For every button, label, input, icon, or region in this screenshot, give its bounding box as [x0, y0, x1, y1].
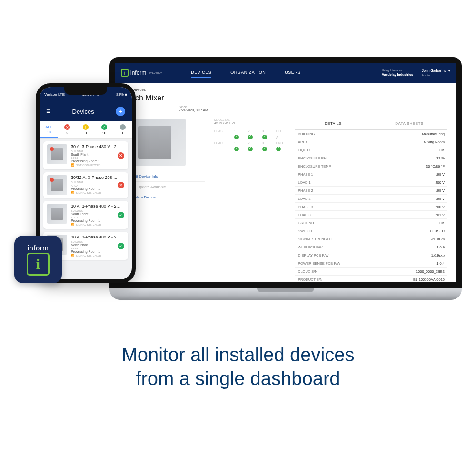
wifi-icon: 📶 — [71, 254, 74, 257]
detail-row: DISPLAY PCB F/W1.6.9sxp — [295, 251, 447, 259]
detail-row: CLOUD S/N1000_0000_2BB3 — [295, 268, 447, 276]
signal-row: 📶SIGNAL STRENGTH — [71, 191, 124, 194]
logo-subtext: by LEVITON — [149, 71, 162, 74]
detail-row: POWER SENSE PCB F/W1.0.4 — [295, 259, 447, 268]
app-logo: i inform by LEVITON — [121, 69, 162, 77]
delete-device-button[interactable]: 🗑Delete Device — [124, 192, 205, 202]
detail-row: PRODUCT S/NB1-100100AA-0016 — [295, 276, 447, 282]
detail-row: ENCLOSURE TEMP30 °C/86 °F — [295, 162, 447, 170]
wifi-icon: 📶 — [71, 223, 74, 226]
check-icon: ✓ — [101, 124, 107, 130]
filter-bar: ALL13 ✕2 !0 ✓10 –1 — [40, 121, 132, 139]
device-thumb — [47, 175, 67, 195]
device-card[interactable]: 30 A, 3-Phase 480 V - 2...BUILDINGSouth … — [43, 201, 128, 229]
logo-icon: i — [121, 69, 129, 77]
nav-organization[interactable]: ORGANIZATION — [230, 68, 266, 78]
filter-ok[interactable]: ✓10 — [95, 121, 113, 138]
card-title: 30 A, 3-Phase 480 V - 2... — [71, 235, 124, 239]
detail-row: LOAD 2199 V — [295, 195, 447, 203]
status-icon: ✕ — [118, 152, 124, 159]
org-label: Using Inform as — [382, 69, 413, 72]
filter-warn[interactable]: !0 — [77, 121, 95, 138]
app-icon-badge: inform i — [14, 236, 62, 283]
detail-row: ENCLOSURE RH32 % — [295, 154, 447, 162]
dash-icon: – — [120, 124, 126, 130]
detail-row: LOAD 3201 V — [295, 211, 447, 219]
user-name: John Garbarino▾ — [422, 69, 450, 73]
hamburger-icon[interactable]: ≡ — [46, 107, 50, 116]
chevron-down-icon: ▾ — [448, 69, 450, 72]
card-title: 30 A, 3-Phase 480 V - 2... — [71, 144, 124, 149]
logo-text: inform — [130, 69, 146, 76]
badge-text: inform — [28, 244, 49, 252]
device-card[interactable]: 30 A, 3-Phase 480 V - 2...BUILDINGSouth … — [43, 141, 128, 169]
detail-row: WI-FI PCB F/W1.0.9 — [295, 243, 447, 251]
card-title: 30 A, 3-Phase 480 V - 2... — [71, 204, 124, 208]
user-box[interactable]: Using Inform as Vandelay Industries John… — [375, 69, 450, 77]
back-link[interactable]: < All Devices — [124, 88, 447, 92]
marketing-tagline: Monitor all installed devices from a sin… — [0, 343, 476, 390]
mobile-header: ≡ Devices + — [40, 101, 132, 121]
detail-row: AREAMixing Room — [295, 138, 447, 146]
signal-row: 📶NOT CONNECTED — [71, 163, 124, 167]
warn-icon: ! — [83, 124, 89, 130]
wifi-icon: 📶 — [71, 163, 74, 167]
no-update-button: ⟳No Update Available — [124, 181, 205, 192]
since-block: Since7/24/2020, 8:37 AM — [179, 105, 208, 112]
signal-row: 📶SIGNAL STRENGTH — [71, 254, 124, 257]
device-card[interactable]: 30/32 A, 3-Phase 208-...BUILDINGAREAProc… — [43, 172, 128, 198]
nav-users[interactable]: USERS — [285, 68, 301, 78]
details-table: BUILDINGManufacturingAREAMixing RoomLIQU… — [295, 130, 447, 282]
device-thumb — [47, 204, 67, 224]
status-icon: ✓ — [118, 212, 124, 218]
filter-error[interactable]: ✕2 — [58, 121, 77, 138]
x-icon: ✕ — [64, 124, 70, 130]
badge-logo-icon: i — [27, 253, 50, 276]
signal-row: 📶SIGNAL STRENGTH — [71, 223, 124, 226]
detail-row: PHASE 2199 V — [295, 187, 447, 195]
card-title: 30/32 A, 3-Phase 208-... — [71, 175, 124, 180]
alert-dot-icon — [50, 178, 54, 182]
status-icon: ✓ — [118, 243, 124, 249]
add-button[interactable]: + — [116, 107, 125, 116]
check-icon — [234, 135, 239, 139]
top-bar: i inform by LEVITON DEVICES ORGANIZATION… — [115, 63, 456, 83]
detail-row: PHASE 1199 V — [295, 170, 447, 178]
main-nav: DEVICES ORGANIZATION USERS — [191, 68, 300, 78]
laptop-base — [109, 288, 462, 300]
model-block: MODEL NO. 450M7WLEVC — [214, 119, 286, 125]
laptop-mockup: i inform by LEVITON DEVICES ORGANIZATION… — [109, 57, 462, 300]
mobile-title: Devices — [72, 108, 94, 115]
detail-row: BUILDINGManufacturing — [295, 130, 447, 138]
status-icon: ✕ — [118, 182, 124, 188]
detail-row: SIGNAL STRENGTH-60 dBm — [295, 235, 447, 243]
detail-row: LOAD 1200 V — [295, 178, 447, 187]
tab-details[interactable]: DETAILS — [295, 119, 371, 129]
page-title: Batch Mixer — [124, 94, 447, 102]
desktop-app: i inform by LEVITON DEVICES ORGANIZATION… — [115, 63, 456, 282]
org-value: Vandelay Industries — [382, 73, 413, 76]
alert-dot-icon — [50, 147, 54, 151]
detail-row: SWITCHCLOSED — [295, 227, 447, 235]
detail-row: GROUNDOK — [295, 219, 447, 227]
nav-devices[interactable]: DEVICES — [191, 68, 211, 78]
user-role: Admin — [422, 74, 450, 77]
detail-row: PHASE 3200 V — [295, 203, 447, 211]
phase-grid: PHASE 1 2 3 FLT A LOAD 1 2 3 GND — [214, 129, 286, 151]
wifi-icon: 📶 — [71, 191, 74, 194]
tab-data-sheets[interactable]: DATA SHEETS — [371, 119, 447, 129]
filter-offline[interactable]: –1 — [113, 121, 132, 138]
phone-notch — [64, 87, 107, 95]
detail-row: LIQUIDOK — [295, 146, 447, 154]
filter-all[interactable]: ALL13 — [40, 121, 58, 138]
device-thumb — [47, 144, 67, 164]
edit-device-button[interactable]: ✎Edit Device Info — [124, 171, 205, 181]
